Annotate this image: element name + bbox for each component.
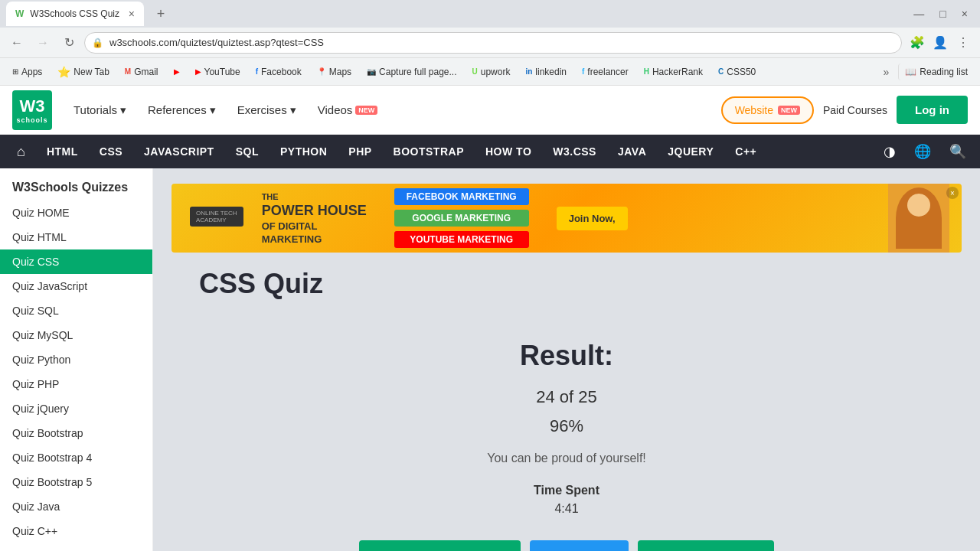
bookmark-capture[interactable]: 📷 Capture full page... [361,64,462,80]
tab-close-button[interactable]: × [129,8,135,20]
address-bar-wrap: 🔒 [84,32,902,54]
ad-join-button[interactable]: Join Now, [557,207,628,230]
sidebar-item-quiz-cpp[interactable]: Quiz C++ [0,519,152,543]
sidebar-item-quiz-python[interactable]: Quiz Python [0,347,152,372]
minimize-button[interactable]: — [907,8,930,20]
sidebar-item-quiz-sql[interactable]: Quiz SQL [0,298,152,323]
w3schools-header: W3 schools Tutorials ▾ References ▾ Exer… [0,86,980,135]
try-again-button[interactable]: Try Again [530,540,628,551]
check-answers-button[interactable]: Check your answers [359,540,521,551]
back-button[interactable]: ← [6,32,28,54]
ad-banner: ONLINE TECHACADEMY THE POWER HOUSE OF DI… [172,184,962,253]
ad-google-marketing: GOOGLE MARKETING [394,210,529,227]
content-area: W3Schools Quizzes Quiz HOME Quiz HTML Qu… [0,168,980,551]
bookmark-new-tab-label: New Tab [74,67,109,77]
time-spent-value: 4:41 [199,502,934,516]
more-bookmarks-button[interactable]: » [877,63,896,81]
theme-toggle-icon[interactable]: ◑ [876,143,903,160]
maps-icon: 📍 [317,67,326,76]
exercises-arrow-icon: ▾ [290,103,296,117]
maximize-button[interactable]: □ [933,8,952,20]
top-nav-bar: ⌂ HTML CSS JAVASCRIPT SQL PYTHON PHP BOO… [0,135,980,168]
menu-button[interactable]: ⋮ [952,32,974,54]
sidebar: W3Schools Quizzes Quiz HOME Quiz HTML Qu… [0,168,153,551]
youtube-icon-2: ▶ [195,67,201,76]
close-window-button[interactable]: × [956,8,974,20]
nav-javascript[interactable]: JAVASCRIPT [133,135,225,168]
nav-bootstrap[interactable]: BOOTSTRAP [383,135,475,168]
sidebar-item-quiz-bootstrap5[interactable]: Quiz Bootstrap 5 [0,470,152,494]
reading-list-button[interactable]: 📖 Reading list [898,64,974,80]
nav-cpp[interactable]: C++ [724,135,767,168]
login-button[interactable]: Log in [897,96,968,124]
w3schools-logo[interactable]: W3 schools [12,90,52,130]
ad-inner: ONLINE TECHACADEMY THE POWER HOUSE OF DI… [172,184,962,253]
refresh-button[interactable]: ↻ [58,32,80,54]
tab-title: W3Schools CSS Quiz [30,8,119,19]
apps-icon: ⊞ [12,67,18,76]
forward-button[interactable]: → [32,32,54,54]
bookmark-css50[interactable]: C CSS50 [712,64,762,80]
sidebar-item-quiz-js[interactable]: Quiz JavaScript [0,274,152,298]
address-bar[interactable] [84,32,902,54]
nav-python[interactable]: PYTHON [270,135,338,168]
bookmark-hackerrank[interactable]: H HackerRank [638,64,709,80]
tab-favicon: W [15,8,24,19]
sidebar-item-quiz-mysql[interactable]: Quiz MySQL [0,323,152,347]
bookmark-upwork[interactable]: U upwork [466,64,516,80]
sidebar-item-quiz-csharp[interactable]: Quiz C# [0,543,152,551]
extensions-button[interactable]: 🧩 [906,32,928,54]
bookmark-new-tab[interactable]: ⭐ New Tab [51,63,115,81]
bookmark-maps[interactable]: 📍 Maps [311,64,358,80]
website-button[interactable]: Website NEW [721,96,814,124]
w3schools-nav: Tutorials ▾ References ▾ Exercises ▾ Vid… [64,97,387,123]
search-icon[interactable]: 🔍 [942,143,974,160]
bookmark-gmail[interactable]: M Gmail [119,64,165,80]
tutorials-arrow-icon: ▾ [120,103,126,117]
sidebar-item-quiz-java[interactable]: Quiz Java [0,494,152,519]
nav-videos[interactable]: Videos NEW [309,97,387,122]
bookmark-youtube1[interactable]: ▶ [168,64,186,79]
nav-howto[interactable]: HOW TO [475,135,542,168]
logo-w3: W3 [20,96,45,116]
lock-icon: 🔒 [92,37,103,48]
nav-tutorials[interactable]: Tutorials ▾ [64,97,136,123]
nav-w3css[interactable]: W3.CSS [542,135,607,168]
home-icon[interactable]: ⌂ [6,144,36,160]
sidebar-item-quiz-php[interactable]: Quiz PHP [0,372,152,396]
sidebar-item-quiz-html[interactable]: Quiz HTML [0,225,152,249]
nav-exercises[interactable]: Exercises ▾ [228,97,305,123]
bookmark-apps[interactable]: ⊞ Apps [6,64,48,80]
sidebar-item-quiz-bootstrap4[interactable]: Quiz Bootstrap 4 [0,445,152,470]
ad-person-image [888,184,949,253]
result-message: You can be proud of yourself! [199,452,934,465]
ad-services: FACEBOOK MARKETING GOOGLE MARKETING YOUT… [394,188,529,248]
sidebar-item-quiz-css[interactable]: Quiz CSS [0,249,152,274]
profile-button[interactable]: 👤 [929,32,951,54]
sidebar-item-quiz-home[interactable]: Quiz HOME [0,201,152,225]
nav-html[interactable]: HTML [36,135,89,168]
bookmark-freelancer[interactable]: f freelancer [576,64,635,80]
nav-jquery[interactable]: JQUERY [657,135,724,168]
bookmark-apps-label: Apps [21,67,42,77]
bookmark-youtube2[interactable]: ▶ YouTube [189,64,247,80]
nav-java[interactable]: JAVA [607,135,657,168]
ad-close-button[interactable]: × [946,187,959,199]
back-to-quizzes-button[interactable]: Back to Quizzes [638,540,775,551]
bookmark-gmail-label: Gmail [134,67,158,77]
nav-css[interactable]: CSS [89,135,133,168]
nav-references[interactable]: References ▾ [139,97,225,123]
bookmark-linkedin[interactable]: in linkedin [519,64,573,80]
nav-php[interactable]: PHP [338,135,382,168]
globe-icon[interactable]: 🌐 [906,143,939,160]
browser-tab[interactable]: W W3Schools CSS Quiz × [6,2,144,26]
new-tab-button[interactable]: + [150,3,172,24]
ad-line3: OF DIGITAL [262,220,367,232]
paid-courses-link[interactable]: Paid Courses [823,104,887,116]
w3schools-header-right: Website NEW Paid Courses Log in [721,96,968,124]
nav-sql[interactable]: SQL [225,135,270,168]
sidebar-item-quiz-bootstrap[interactable]: Quiz Bootstrap [0,421,152,445]
sidebar-item-quiz-jquery[interactable]: Quiz jQuery [0,396,152,421]
bookmark-facebook[interactable]: f Facebook [250,64,308,80]
freelancer-icon: f [582,67,584,76]
